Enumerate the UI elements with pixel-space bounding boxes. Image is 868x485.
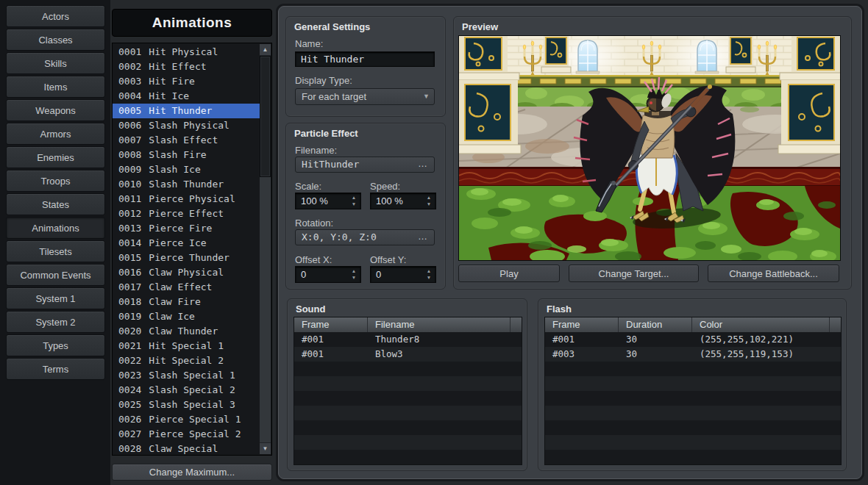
list-item-0001[interactable]: 0001Hit Physical xyxy=(113,45,260,60)
flash-column-header-duration[interactable]: Duration xyxy=(619,317,692,332)
scroll-down-button[interactable]: ▼ xyxy=(260,442,271,454)
list-item-0009[interactable]: 0009Slash Ice xyxy=(113,162,260,177)
list-item-0027[interactable]: 0027Pierce Special 2 xyxy=(113,427,260,442)
animations-database-window: ActorsClassesSkillsItemsWeaponsArmorsEne… xyxy=(0,0,868,485)
scale-spinner[interactable]: 100 % ▲▼ xyxy=(295,193,361,209)
flash-title: Flash xyxy=(547,303,572,315)
flash-row-1[interactable]: #00130(255,255,102,221) xyxy=(545,332,841,347)
list-item-0007[interactable]: 0007Slash Effect xyxy=(113,133,260,148)
spinner-up-icon[interactable]: ▲ xyxy=(349,195,358,201)
list-item-0025[interactable]: 0025Slash Special 3 xyxy=(113,398,260,412)
sidebar-item-animations[interactable]: Animations xyxy=(6,217,105,239)
spinner-down-icon[interactable]: ▼ xyxy=(349,201,358,208)
list-item-0004[interactable]: 0004Hit Ice xyxy=(113,89,260,104)
filename-field[interactable]: HitThunder … xyxy=(295,157,435,173)
sidebar-item-tilesets[interactable]: Tilesets xyxy=(6,240,105,262)
list-item-0023[interactable]: 0023Slash Special 1 xyxy=(113,368,260,383)
speed-spinner[interactable]: 100 % ▲▼ xyxy=(370,193,436,209)
name-input[interactable] xyxy=(295,51,435,67)
spinner-up-icon[interactable]: ▲ xyxy=(424,268,433,275)
list-item-0002[interactable]: 0002Hit Effect xyxy=(113,60,260,74)
sound-group: Sound FrameFilename#001Thunder8#001Blow3 xyxy=(287,298,527,471)
animation-list-panel: Animations 0001Hit Physical0002Hit Effec… xyxy=(110,0,278,485)
scale-value: 100 % xyxy=(301,193,328,209)
animation-list[interactable]: 0001Hit Physical0002Hit Effect0003Hit Fi… xyxy=(112,43,272,456)
list-item-0017[interactable]: 0017Claw Effect xyxy=(113,280,260,295)
flash-column-header-frame[interactable]: Frame xyxy=(545,317,619,332)
display-type-select[interactable]: For each target ▼ xyxy=(295,88,435,105)
sidebar-item-common-events[interactable]: Common Events xyxy=(6,264,105,286)
flash-row-empty xyxy=(545,435,841,450)
sidebar-item-troops[interactable]: Troops xyxy=(6,170,105,192)
scroll-up-button[interactable]: ▲ xyxy=(260,44,271,56)
spinner-arrows[interactable]: ▲▼ xyxy=(349,195,358,207)
list-item-0005[interactable]: 0005Hit Thunder xyxy=(113,104,260,118)
sound-cell-filename: Blow3 xyxy=(368,347,511,362)
sound-row-empty xyxy=(294,406,522,420)
sound-column-header-filename[interactable]: Filename xyxy=(368,317,511,332)
scrollbar-thumb[interactable] xyxy=(260,56,271,177)
list-scrollbar[interactable]: ▲ ▼ xyxy=(260,44,271,454)
offset-y-spinner[interactable]: 0 ▲▼ xyxy=(370,266,436,283)
flash-row-2[interactable]: #00330(255,255,119,153) xyxy=(545,347,841,362)
sound-row-2[interactable]: #001Blow3 xyxy=(294,347,522,362)
sound-table[interactable]: FrameFilename#001Thunder8#001Blow3 xyxy=(294,317,522,465)
sidebar-item-classes[interactable]: Classes xyxy=(6,29,105,51)
play-button[interactable]: Play xyxy=(458,265,560,282)
spinner-up-icon[interactable]: ▲ xyxy=(424,195,433,201)
list-item-0024[interactable]: 0024Slash Special 2 xyxy=(113,383,260,398)
flash-cell-color: (255,255,102,221) xyxy=(692,332,830,347)
browse-ellipsis-icon: … xyxy=(418,157,428,170)
list-item-0016[interactable]: 0016Claw Physical xyxy=(113,265,260,280)
change-maximum-button[interactable]: Change Maximum... xyxy=(112,464,272,481)
list-item-0028[interactable]: 0028Claw Special xyxy=(113,442,260,456)
flash-row-empty xyxy=(545,420,841,435)
rotation-field[interactable]: X:0, Y:0, Z:0 … xyxy=(295,229,435,245)
page-title: Animations xyxy=(112,9,272,37)
list-item-0003[interactable]: 0003Hit Fire xyxy=(113,74,260,89)
sidebar-item-enemies[interactable]: Enemies xyxy=(6,146,105,168)
sidebar-item-terms[interactable]: Terms xyxy=(6,358,105,380)
flash-row-empty xyxy=(545,362,841,376)
sidebar-item-skills[interactable]: Skills xyxy=(6,52,105,74)
sidebar-item-system-2[interactable]: System 2 xyxy=(6,311,105,333)
list-item-0014[interactable]: 0014Pierce Ice xyxy=(113,236,260,251)
spinner-down-icon[interactable]: ▼ xyxy=(424,201,433,208)
display-type-label: Display Type: xyxy=(295,75,352,86)
sidebar-item-weapons[interactable]: Weapons xyxy=(6,99,105,121)
spinner-up-icon[interactable]: ▲ xyxy=(349,268,358,275)
list-item-0019[interactable]: 0019Claw Ice xyxy=(113,309,260,324)
sidebar-item-armors[interactable]: Armors xyxy=(6,123,105,145)
list-item-0010[interactable]: 0010Slash Thunder xyxy=(113,177,260,192)
list-item-0008[interactable]: 0008Slash Fire xyxy=(113,148,260,162)
sidebar-item-items[interactable]: Items xyxy=(6,76,105,98)
list-item-0012[interactable]: 0012Pierce Effect xyxy=(113,206,260,221)
sidebar-item-system-1[interactable]: System 1 xyxy=(6,287,105,309)
spinner-arrows[interactable]: ▲▼ xyxy=(349,268,358,281)
list-item-0011[interactable]: 0011Pierce Physical xyxy=(113,192,260,206)
list-item-0018[interactable]: 0018Claw Fire xyxy=(113,295,260,309)
flash-table-header: FrameDurationColor xyxy=(545,317,841,332)
list-item-0022[interactable]: 0022Hit Special 2 xyxy=(113,353,260,368)
list-item-0006[interactable]: 0006Slash Physical xyxy=(113,118,260,133)
flash-table[interactable]: FrameDurationColor#00130(255,255,102,221… xyxy=(544,317,842,465)
sound-column-header-frame[interactable]: Frame xyxy=(294,317,368,332)
flash-cell-color: (255,255,119,153) xyxy=(692,347,830,362)
list-item-0026[interactable]: 0026Pierce Special 1 xyxy=(113,412,260,427)
change-target-button[interactable]: Change Target... xyxy=(569,265,699,282)
spinner-arrows[interactable]: ▲▼ xyxy=(424,268,433,281)
list-item-0020[interactable]: 0020Claw Thunder xyxy=(113,324,260,339)
spinner-down-icon[interactable]: ▼ xyxy=(424,275,433,281)
change-battleback-button[interactable]: Change Battleback... xyxy=(708,265,839,282)
list-item-0015[interactable]: 0015Pierce Thunder xyxy=(113,251,260,265)
sidebar-item-states[interactable]: States xyxy=(6,193,105,215)
sidebar-item-actors[interactable]: Actors xyxy=(6,5,105,27)
spinner-arrows[interactable]: ▲▼ xyxy=(424,195,433,207)
offset-x-spinner[interactable]: 0 ▲▼ xyxy=(295,266,361,283)
list-item-0013[interactable]: 0013Pierce Fire xyxy=(113,221,260,236)
spinner-down-icon[interactable]: ▼ xyxy=(349,275,358,281)
list-item-0021[interactable]: 0021Hit Special 1 xyxy=(113,339,260,353)
flash-column-header-color[interactable]: Color xyxy=(692,317,830,332)
sound-row-1[interactable]: #001Thunder8 xyxy=(294,332,522,347)
sidebar-item-types[interactable]: Types xyxy=(6,334,105,356)
